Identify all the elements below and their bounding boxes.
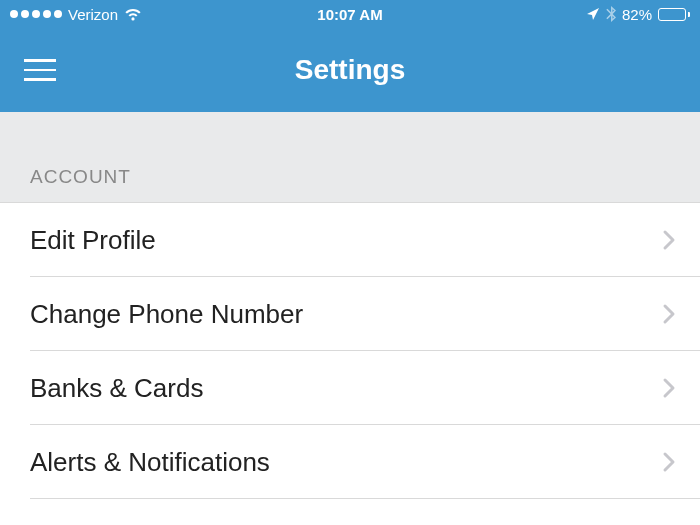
clock: 10:07 AM: [317, 6, 382, 23]
signal-strength-icon: [10, 10, 62, 18]
list-item-label: Edit Profile: [30, 225, 156, 256]
chevron-right-icon: [662, 302, 676, 326]
battery-percent: 82%: [622, 6, 652, 23]
settings-list: Edit Profile Change Phone Number Banks &…: [0, 203, 700, 499]
nav-bar: Settings: [0, 28, 700, 112]
page-title: Settings: [295, 54, 405, 86]
list-item-change-phone-number[interactable]: Change Phone Number: [0, 277, 700, 351]
section-header-account: ACCOUNT: [0, 112, 700, 203]
chevron-right-icon: [662, 376, 676, 400]
list-item-label: Banks & Cards: [30, 373, 203, 404]
battery-icon: [658, 8, 690, 21]
list-item-banks-cards[interactable]: Banks & Cards: [0, 351, 700, 425]
status-right: 82%: [586, 6, 690, 23]
location-icon: [586, 7, 600, 21]
list-item-edit-profile[interactable]: Edit Profile: [0, 203, 700, 277]
carrier-label: Verizon: [68, 6, 118, 23]
chevron-right-icon: [662, 450, 676, 474]
list-item-label: Alerts & Notifications: [30, 447, 270, 478]
menu-button[interactable]: [24, 59, 56, 81]
list-item-alerts-notifications[interactable]: Alerts & Notifications: [0, 425, 700, 499]
status-left: Verizon: [10, 6, 142, 23]
chevron-right-icon: [662, 228, 676, 252]
list-item-label: Change Phone Number: [30, 299, 303, 330]
bluetooth-icon: [606, 6, 616, 22]
status-bar: Verizon 10:07 AM 82%: [0, 0, 700, 28]
wifi-icon: [124, 8, 142, 21]
